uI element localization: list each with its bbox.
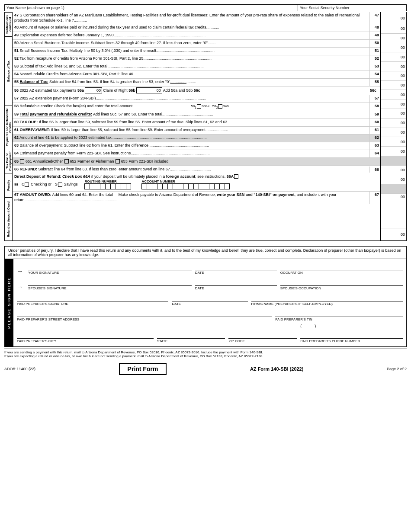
account-digit-8[interactable] [178,183,183,189]
cs-label: C Checking or [22,182,51,187]
your-sig-line[interactable] [28,261,192,270]
amount-60[interactable]: 00 [381,137,406,147]
amount-53[interactable]: 00 [381,71,406,81]
state-line[interactable] [157,329,225,339]
account-digit-4[interactable] [157,183,162,189]
account-digit-2[interactable] [147,183,152,189]
amount-49[interactable]: 00 [381,34,406,43]
preparer-tin-line[interactable] [275,308,403,317]
routing-digit-2[interactable] [90,183,95,189]
checkbox-66A[interactable] [234,174,238,179]
footer-bottom: ADOR 11400 (22) Print Form AZ Form 140-S… [4,361,407,377]
spouse-occ-field: SPOUSE'S OCCUPATION [280,276,403,290]
amount-56c[interactable]: 00 [381,99,406,109]
print-form-button[interactable]: Print Form [119,363,167,375]
account-digit-3[interactable] [152,183,157,189]
checkbox-652[interactable] [64,159,69,163]
line67-num: 67 [369,192,380,203]
line-row-66: 66 REFUND: Subtract line 64 from line 63… [13,166,380,192]
occupation-line[interactable] [280,261,403,270]
line57-num: 57 [369,95,380,103]
line61-text: 61 OVERPAYMENT: If line 59 is larger tha… [13,127,369,134]
amount-55[interactable]: 00 [381,90,406,99]
state-field: STATE [157,329,225,343]
preparer-city-line[interactable] [17,329,154,339]
routing-digit-7[interactable] [116,183,121,189]
checkbox-582[interactable] [218,104,222,109]
routing-digit-4[interactable] [100,183,105,189]
spouse-sig-line[interactable] [28,276,192,286]
amount-48[interactable]: 00 [381,24,406,34]
amount-47[interactable]: 00 [381,12,406,24]
account-digit-9[interactable] [183,183,188,189]
add56ab-label: Add 56a and 56b 56c [163,88,200,93]
amount-63[interactable]: 00 [381,166,406,175]
preparer-phone-line[interactable] [300,329,403,339]
amount-52[interactable]: 00 [381,62,406,71]
line48-text: 48 Amount of wages or salaries paid or i… [13,24,369,32]
amount-59[interactable]: 00 [381,128,406,138]
line-row-51: 51 Small Business Income Tax: Multiply l… [13,48,380,55]
account-digit-12[interactable] [199,183,204,189]
sig-content: PLEASE SIGN HERE → YOUR SIGNATURE DATE [5,259,406,346]
line56b-box[interactable]: 00 [136,87,162,93]
checkbox-581[interactable] [197,104,201,109]
checkbox-checking[interactable] [25,183,29,187]
routing-digit-6[interactable] [110,183,116,189]
amount-66[interactable]: 00 [381,194,406,228]
account-digit-13[interactable] [204,183,209,189]
amount-62 [381,156,406,166]
routing-digit-9[interactable] [126,183,131,189]
amount-61[interactable]: 00 [381,147,406,156]
account-digit-15[interactable] [214,183,219,189]
firms-name-line[interactable] [251,292,403,301]
date-line-2[interactable] [195,276,277,286]
amount-50[interactable]: 00 [381,43,406,53]
zip-line[interactable] [228,329,297,339]
name-label: Your Name (as shown on page 1) [5,5,298,11]
preparer-address-line[interactable] [17,308,272,317]
preparer-sig-line[interactable] [17,292,168,301]
checkbox-savings[interactable] [58,183,62,187]
line66-text: 66 REFUND: Subtract line 64 from line 63… [13,166,369,173]
line52-text: 52 Tax from recapture of credits from Ar… [13,55,369,63]
preparer-city-row: PAID PREPARER'S CITY STATE ZIP CODE ( ) [17,323,403,343]
amount-67[interactable]: 00 [381,228,406,240]
amount-54[interactable]: 00 [381,81,406,90]
preparer-date-line[interactable] [172,292,247,301]
line65-checks: 65 651 Annualized/Other 652 Farmer or Fi… [13,158,170,165]
amount-51[interactable]: 00 [381,52,406,62]
account-digit-10[interactable] [188,183,193,189]
page: Your Name (as shown on page 1) Your Soci… [0,0,411,532]
routing-digit-8[interactable] [121,183,126,189]
account-digit-16[interactable] [219,183,225,189]
account-digit-14[interactable] [209,183,214,189]
checkbox-653[interactable] [116,159,120,163]
line60-num: 60 [369,119,380,126]
account-digit-7[interactable] [173,183,178,189]
routing-digit-1[interactable] [84,183,90,189]
spouse-occ-line[interactable] [280,276,403,286]
ss-label: S Savings [55,182,78,187]
account-digit-6[interactable] [167,183,173,189]
checkbox-651[interactable] [20,159,24,163]
account-digit-11[interactable] [193,183,199,189]
account-digit-5[interactable] [162,183,167,189]
preparer-sig-label: PAID PREPARER'S SIGNATURE [17,302,168,306]
line57-text: 57 2022 AZ extension payment (Form 204-S… [13,95,369,103]
arrow-right-2: → [17,283,23,290]
mailing-line-1: If you are sending a payment with this r… [4,350,407,354]
routing-digit-3[interactable] [95,183,100,189]
amount-64[interactable]: 00 [381,175,406,185]
line-row-47: 47 S Corportation shareholders of an AZ … [13,12,380,24]
line56a-box[interactable]: 00 [85,87,102,93]
routing-account-row: 98 C Checking or S Savings ROUTING NUMBE… [14,179,378,189]
amount-58[interactable]: 00 [381,119,406,128]
account-digit-17[interactable] [225,183,230,189]
account-digit-1[interactable] [141,183,147,189]
routing-digit-5[interactable] [105,183,110,189]
date-line-1[interactable] [195,261,277,270]
amount-57[interactable]: 00 [381,109,406,119]
your-sig-label: YOUR SIGNATURE [28,271,192,275]
preparer-address-field: PAID PREPARER'S STREET ADDRESS [17,308,272,321]
